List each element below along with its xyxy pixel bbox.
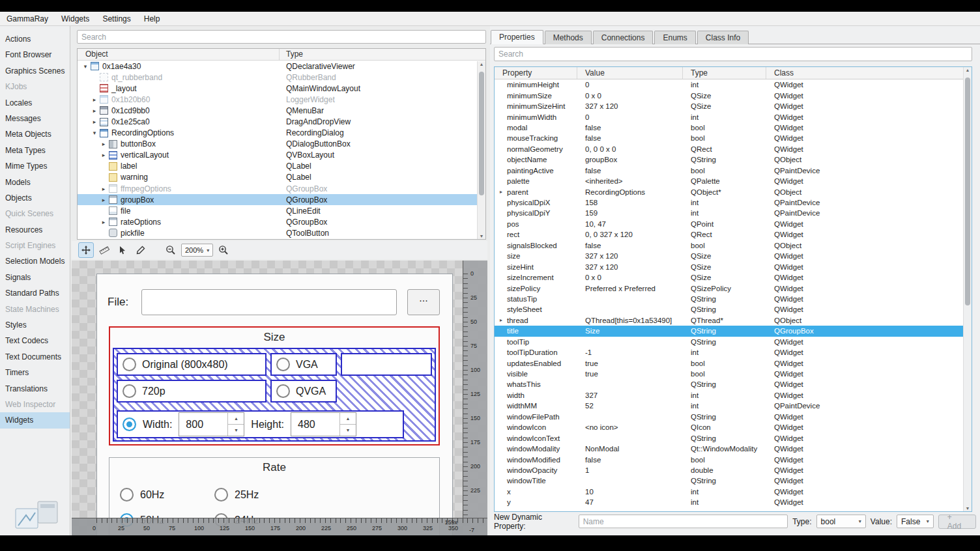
tree-expander-icon[interactable] xyxy=(91,119,98,125)
property-value[interactable]: false xyxy=(577,242,683,249)
property-row[interactable]: rect 0, 0 327 x 120 QRect QWidget xyxy=(495,229,963,240)
property-value[interactable]: false xyxy=(577,167,683,175)
move-tool-button[interactable] xyxy=(78,242,94,258)
tree-expander-icon[interactable] xyxy=(91,107,98,114)
width-spinbox[interactable]: 800 ▲▼ xyxy=(179,412,244,436)
sidebar-item[interactable]: Quick Scenes xyxy=(0,206,70,221)
property-value[interactable]: 327 x 120 xyxy=(577,263,683,271)
property-value[interactable]: 0 x 0 xyxy=(577,92,683,100)
property-row[interactable]: sizePolicy Preferred x Preferred QSizePo… xyxy=(495,283,963,293)
property-row[interactable]: signalsBlocked false bool QObject xyxy=(495,240,963,251)
custom-size-radio-icon[interactable] xyxy=(122,417,136,431)
spin-up-icon[interactable]: ▲ xyxy=(228,413,244,425)
property-row[interactable]: title Size QString QGroupBox xyxy=(495,326,963,336)
tree-row[interactable]: file QLineEdit xyxy=(78,205,485,216)
property-value[interactable]: 47 xyxy=(577,498,683,506)
spin-down-icon[interactable]: ▼ xyxy=(340,425,356,436)
property-value[interactable]: <no icon> xyxy=(577,423,683,431)
height-spinbox[interactable]: 480 ▲▼ xyxy=(291,412,356,436)
menu-item[interactable]: GammaRay xyxy=(0,12,55,26)
sidebar-item[interactable]: Text Documents xyxy=(0,349,70,365)
property-row[interactable]: y 47 int QWidget xyxy=(495,497,963,507)
property-row[interactable]: minimumHeight 0 int QWidget xyxy=(495,79,963,90)
tree-row[interactable]: label QLabel xyxy=(78,161,485,172)
sidebar-item[interactable]: Meta Objects xyxy=(0,126,70,142)
tree-scrollbar[interactable]: ▲ ▼ xyxy=(477,61,485,239)
tree-row[interactable]: pickfile QToolButton xyxy=(78,227,485,238)
property-value[interactable]: 327 x 120 xyxy=(577,252,683,260)
sidebar-item[interactable]: Standard Paths xyxy=(0,285,70,301)
sidebar-item[interactable]: Widgets xyxy=(0,412,70,428)
scroll-up-icon[interactable]: ▲ xyxy=(964,68,972,72)
property-row[interactable]: physicalDpiX 158 int QPaintDevice xyxy=(495,197,963,208)
custom-size-row[interactable]: Width: 800 ▲▼ Height: 480 ▲▼ xyxy=(117,410,404,438)
property-value[interactable]: 1 xyxy=(577,466,683,474)
zoom-in-button[interactable] xyxy=(216,242,231,258)
tab[interactable]: Connections xyxy=(593,31,654,44)
property-scrollbar-thumb[interactable] xyxy=(965,78,970,305)
column-header-value[interactable]: Value xyxy=(577,67,683,79)
property-row[interactable]: widthMM 52 int QPaintDevice xyxy=(495,401,963,411)
property-row[interactable]: objectName groupBox QString QObject xyxy=(495,154,963,165)
tab[interactable]: Class Info xyxy=(697,31,749,44)
property-value[interactable]: groupBox xyxy=(577,156,683,163)
property-value[interactable]: 0 x 0 xyxy=(577,274,683,281)
scroll-down-icon[interactable]: ▼ xyxy=(478,234,485,238)
property-value[interactable]: 0, 0 327 x 120 xyxy=(577,231,683,238)
scroll-up-icon[interactable]: ▲ xyxy=(478,62,485,66)
tree-row[interactable]: groupBox QGroupBox xyxy=(78,194,485,205)
radio-icon[interactable] xyxy=(276,358,290,371)
property-value[interactable]: 0 xyxy=(577,81,683,89)
property-row[interactable]: width 327 int QWidget xyxy=(495,390,963,401)
property-row[interactable]: x 10 int QWidget xyxy=(495,487,963,497)
property-value[interactable]: 158 xyxy=(577,199,683,206)
radio-option-720p[interactable]: 720p xyxy=(117,380,267,403)
tree-expander-icon[interactable] xyxy=(100,219,108,225)
tab[interactable]: Methods xyxy=(545,31,592,44)
property-row[interactable]: minimumSizeHint 327 x 120 QSize QWidget xyxy=(495,101,963,111)
sidebar-item[interactable]: Styles xyxy=(0,317,70,333)
property-row[interactable]: toolTipDuration -1 int QWidget xyxy=(495,347,963,358)
recording-dialog-preview[interactable]: File: ... Size Original (800x480) xyxy=(96,274,453,535)
radio-option[interactable]: 60Hz xyxy=(120,488,214,502)
property-value[interactable]: false xyxy=(577,134,683,142)
spin-up-icon[interactable]: ▲ xyxy=(340,413,356,425)
sidebar-item[interactable]: Script Engines xyxy=(0,238,70,253)
zoom-level-combobox[interactable]: 200% ▾ xyxy=(181,244,213,257)
property-row[interactable]: sizeHint 327 x 120 QSize QWidget xyxy=(495,261,963,272)
property-value[interactable]: 327 xyxy=(577,391,683,399)
sidebar-item[interactable]: Meta Types xyxy=(0,143,70,158)
property-row[interactable]: sizeIncrement 0 x 0 QSize QWidget xyxy=(495,272,963,283)
property-row[interactable]: mouseTracking false bool QWidget xyxy=(495,133,963,143)
property-value[interactable]: NonModal xyxy=(577,445,683,453)
menu-item[interactable]: Settings xyxy=(96,12,137,26)
tree-row[interactable]: 0x1ae4a30 QDeclarativeViewer xyxy=(78,61,485,72)
tab[interactable]: Enums xyxy=(654,31,695,44)
radio-icon[interactable] xyxy=(120,488,134,502)
property-value[interactable]: QThread[this=0x1a53490] xyxy=(577,317,683,324)
sidebar-item[interactable]: Translations xyxy=(0,381,70,397)
tree-row[interactable]: rateOptions QGroupBox xyxy=(78,216,485,227)
menu-item[interactable]: Help xyxy=(137,12,167,26)
property-value[interactable]: true xyxy=(577,360,683,367)
sidebar-item[interactable]: Locales xyxy=(0,95,70,111)
property-row[interactable]: updatesEnabled true bool QWidget xyxy=(495,358,963,368)
tree-expander-icon[interactable] xyxy=(81,63,89,70)
sidebar-item[interactable]: Graphics Scenes xyxy=(0,63,70,79)
value-combobox[interactable]: False ▾ xyxy=(897,515,934,528)
color-picker-button[interactable] xyxy=(133,242,149,258)
sidebar-item[interactable]: Selection Models xyxy=(0,253,70,269)
tree-row[interactable]: buttonBox QDialogButtonBox xyxy=(78,139,485,150)
zoom-out-button[interactable] xyxy=(163,242,179,258)
property-value[interactable]: 327 x 120 xyxy=(577,102,683,110)
tree-row[interactable]: RecordingOptions RecordingDialog xyxy=(78,128,485,139)
widget-preview[interactable]: File: ... Size Original (800x480) xyxy=(72,261,487,535)
sidebar-item[interactable]: Messages xyxy=(0,111,70,126)
tree-expander-icon[interactable] xyxy=(91,130,98,136)
property-value[interactable]: <inherited> xyxy=(577,177,683,185)
property-row[interactable]: visible true bool QWidget xyxy=(495,369,963,379)
sidebar-item[interactable]: KJobs xyxy=(0,79,70,94)
measure-tool-button[interactable] xyxy=(96,242,112,258)
property-row[interactable]: toolTip QString QWidget xyxy=(495,337,963,347)
browse-file-button[interactable]: ... xyxy=(407,289,440,315)
